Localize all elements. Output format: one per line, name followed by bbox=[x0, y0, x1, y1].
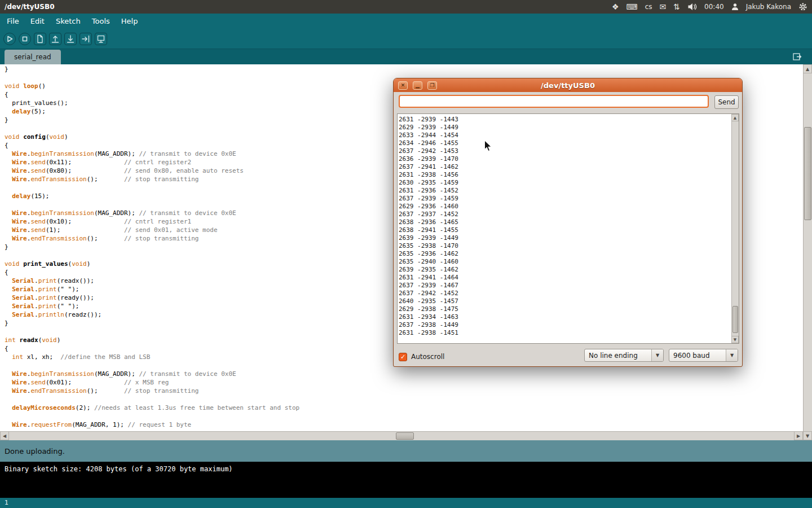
serial-line: 2639 -2939 -1449 bbox=[399, 234, 731, 242]
serial-monitor-title: /dev/ttyUSB0 bbox=[394, 81, 742, 90]
serial-line: 2637 -2939 -1459 bbox=[399, 195, 731, 203]
serial-line: 2631 -2938 -1451 bbox=[399, 329, 731, 337]
menu-tools[interactable]: Tools bbox=[86, 14, 116, 29]
menu-help[interactable]: Help bbox=[116, 14, 144, 29]
serial-line: 2635 -2940 -1460 bbox=[399, 258, 731, 266]
chevron-down-icon[interactable]: ▼ bbox=[651, 349, 663, 361]
serial-monitor-titlebar[interactable]: ✕ ▁ ❐ /dev/ttyUSB0 bbox=[394, 78, 742, 92]
mail-icon[interactable]: ✉ bbox=[660, 0, 667, 14]
code-line: delayMicroseconds(2); //needs at least 1… bbox=[5, 404, 803, 412]
serial-monitor-window: ✕ ▁ ❐ /dev/ttyUSB0 Send 2631 -2939 -1443… bbox=[393, 78, 743, 367]
arduino-ide-screen: /dev/ttyUSB0 ❖ ⌨ cs ✉ ⇅ 00:40 Jakub Kako… bbox=[0, 0, 812, 508]
serial-line: 2640 -2935 -1457 bbox=[399, 297, 731, 305]
active-window-title: /dev/ttyUSB0 bbox=[5, 3, 55, 11]
code-line: } bbox=[5, 65, 803, 73]
status-bar: Done uploading. bbox=[0, 440, 812, 462]
serial-output-lines: 2631 -2939 -14432629 -2939 -14492633 -29… bbox=[398, 114, 731, 343]
send-button[interactable]: Send bbox=[714, 95, 739, 109]
line-ending-dropdown[interactable]: No line ending ▼ bbox=[584, 349, 664, 362]
tab-serial-read[interactable]: serial_read bbox=[5, 50, 61, 64]
scroll-right-arrow[interactable]: ▶ bbox=[794, 431, 803, 440]
keyboard-icon[interactable]: ⌨ bbox=[626, 0, 638, 14]
serial-line: 2638 -2941 -1455 bbox=[399, 226, 731, 234]
serial-monitor-button[interactable] bbox=[95, 33, 107, 45]
serial-output-scrollbar[interactable]: ▲ ▼ bbox=[731, 114, 739, 343]
current-line-number: 1 bbox=[5, 499, 8, 506]
serial-line: 2634 -2946 -1455 bbox=[399, 139, 731, 147]
autoscroll-label: Autoscroll bbox=[411, 353, 444, 361]
editor-vertical-scrollbar[interactable]: ▲ ▼ bbox=[803, 64, 812, 440]
horizontal-scroll-thumb[interactable] bbox=[396, 432, 414, 440]
gear-icon[interactable] bbox=[798, 2, 807, 11]
code-line: Wire.beginTransmission(MAG_ADDR); // tra… bbox=[5, 370, 803, 378]
window-close-button[interactable]: ✕ bbox=[398, 81, 408, 90]
top-panel: /dev/ttyUSB0 ❖ ⌨ cs ✉ ⇅ 00:40 Jakub Kako… bbox=[0, 0, 812, 14]
baud-rate-value: 9600 baud bbox=[669, 352, 726, 360]
scroll-up-arrow[interactable]: ▲ bbox=[803, 64, 812, 73]
tab-strip: serial_read bbox=[0, 49, 812, 64]
serial-monitor-controls: ✓ Autoscroll No line ending ▼ 9600 baud … bbox=[394, 349, 742, 365]
serial-line: 2635 -2936 -1462 bbox=[399, 250, 731, 258]
serial-line: 2631 -2934 -1463 bbox=[399, 313, 731, 321]
open-sketch-button[interactable] bbox=[49, 33, 61, 45]
tab-menu-button[interactable] bbox=[792, 52, 803, 62]
dropbox-icon[interactable]: ❖ bbox=[612, 0, 619, 14]
code-line: Wire.endTransmission(); // stop transmit… bbox=[5, 387, 803, 395]
serial-line: 2633 -2944 -1454 bbox=[399, 132, 731, 139]
serial-line: 2636 -2939 -1470 bbox=[399, 155, 731, 163]
serial-send-input[interactable] bbox=[399, 95, 709, 108]
stop-button[interactable] bbox=[19, 33, 31, 45]
user-icon[interactable] bbox=[731, 3, 739, 11]
clock[interactable]: 00:40 bbox=[704, 3, 724, 11]
serial-line: 2631 -2941 -1464 bbox=[399, 274, 731, 282]
line-number-bar: 1 bbox=[0, 498, 812, 508]
serial-line: 2639 -2935 -1462 bbox=[399, 266, 731, 274]
save-sketch-button[interactable] bbox=[64, 33, 77, 45]
serial-line: 2629 -2938 -1475 bbox=[399, 305, 731, 313]
chevron-down-icon[interactable]: ▼ bbox=[726, 349, 738, 361]
serial-line: 2629 -2936 -1460 bbox=[399, 203, 731, 211]
baud-rate-dropdown[interactable]: 9600 baud ▼ bbox=[669, 349, 738, 362]
upload-button[interactable] bbox=[80, 33, 92, 45]
menu-sketch[interactable]: Sketch bbox=[50, 14, 86, 29]
autoscroll-checkbox[interactable]: ✓ bbox=[399, 353, 407, 361]
code-line: Wire.send(0x01); // x MSB reg bbox=[5, 378, 803, 387]
serial-line: 2637 -2942 -1452 bbox=[399, 290, 731, 297]
serial-scroll-down-arrow[interactable]: ▼ bbox=[731, 336, 739, 343]
mouse-cursor bbox=[484, 140, 492, 152]
serial-line: 2637 -2937 -1452 bbox=[399, 211, 731, 218]
scroll-down-arrow[interactable]: ▼ bbox=[803, 431, 812, 440]
serial-scroll-thumb[interactable] bbox=[732, 306, 738, 333]
window-maximize-button[interactable]: ❐ bbox=[427, 81, 437, 90]
user-name[interactable]: Jakub Kakona bbox=[746, 3, 791, 11]
verify-button[interactable] bbox=[3, 33, 16, 45]
volume-icon[interactable] bbox=[687, 3, 697, 11]
code-line bbox=[5, 412, 803, 421]
keyboard-layout-indicator[interactable]: cs bbox=[645, 3, 652, 11]
serial-line: 2638 -2936 -1465 bbox=[399, 218, 731, 226]
sync-arrows-icon[interactable]: ⇅ bbox=[673, 0, 680, 14]
menu-bar: FileEditSketchToolsHelp bbox=[0, 14, 812, 29]
vertical-scroll-thumb[interactable] bbox=[804, 127, 811, 220]
serial-line: 2630 -2935 -1459 bbox=[399, 179, 731, 187]
editor-horizontal-scrollbar[interactable]: ◀ ▶ bbox=[0, 431, 803, 440]
menu-file[interactable]: File bbox=[1, 14, 25, 29]
serial-line: 2637 -2939 -1467 bbox=[399, 282, 731, 290]
status-message: Done uploading. bbox=[5, 447, 65, 456]
console-message: Binary sketch size: 4208 bytes (of a 307… bbox=[5, 465, 233, 473]
serial-line: 2631 -2938 -1456 bbox=[399, 171, 731, 179]
serial-line: 2631 -2936 -1452 bbox=[399, 187, 731, 195]
code-line: Wire.requestFrom(MAG_ADDR, 1); // reques… bbox=[5, 421, 803, 429]
serial-scroll-up-arrow[interactable]: ▲ bbox=[731, 114, 739, 121]
code-line bbox=[5, 395, 803, 404]
serial-line: 2629 -2939 -1449 bbox=[399, 124, 731, 132]
console-output: Binary sketch size: 4208 bytes (of a 307… bbox=[0, 462, 812, 498]
scroll-left-arrow[interactable]: ◀ bbox=[0, 431, 9, 440]
window-minimize-button[interactable]: ▁ bbox=[413, 81, 422, 90]
menu-edit[interactable]: Edit bbox=[25, 14, 50, 29]
serial-line: 2635 -2938 -1470 bbox=[399, 242, 731, 250]
system-tray: ❖ ⌨ cs ✉ ⇅ 00:40 Jakub Kakona bbox=[612, 0, 807, 14]
serial-line: 2637 -2942 -1453 bbox=[399, 147, 731, 155]
serial-output-area[interactable]: 2631 -2939 -14432629 -2939 -14492633 -29… bbox=[397, 113, 739, 344]
new-sketch-button[interactable] bbox=[34, 33, 46, 45]
